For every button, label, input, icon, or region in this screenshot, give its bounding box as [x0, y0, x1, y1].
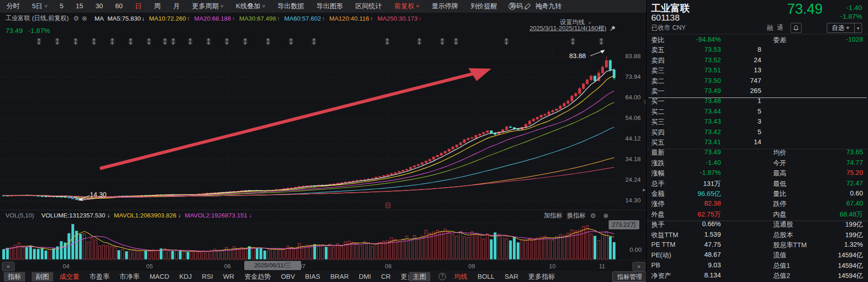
sell-price: 73.51 [679, 66, 721, 74]
tab-BRAR[interactable]: BRAR [330, 273, 349, 280]
volume-bar [3, 249, 5, 259]
vol-indicator-name: VOL(5,10) [5, 212, 34, 219]
main-chart-tabs: 主图?均线BOLLSAR更多指标 [409, 271, 565, 282]
toolbar-item-月[interactable]: 月 [173, 2, 180, 11]
ma-value-MA30: MA30:67.498↑ [239, 15, 281, 22]
brush-icon[interactable] [523, 2, 532, 11]
candle-body [586, 80, 588, 84]
stat-row-涨停: 涨停82.38跌停67.40 [647, 200, 868, 210]
gear-icon[interactable]: ⚙ [590, 212, 596, 219]
volume-bar [467, 237, 469, 259]
close-overlay-icon[interactable]: ⊗ [82, 15, 88, 22]
toolbar-item-区间统计[interactable]: 区间统计 [356, 2, 382, 11]
tab-MACD[interactable]: MACD [150, 273, 170, 280]
panel-divider [647, 34, 868, 34]
panel-resize-grip[interactable]: ⣿ [643, 101, 647, 103]
stat-value-1: 47.75 [674, 241, 721, 248]
expand-icon[interactable] [539, 2, 547, 11]
panel-collapse-arrow[interactable]: ▸ [643, 187, 646, 193]
indicator-manage-button[interactable]: 指标管理 [612, 271, 647, 282]
main-tab-更多指标[interactable]: 更多指标 [528, 272, 555, 281]
stat-label-1: 净资产 [651, 271, 671, 280]
toolbar-icons [508, 0, 547, 12]
toolbar-item-60[interactable]: 60 [115, 2, 123, 10]
stat-label-2: 今开 [773, 159, 786, 168]
candle-body [609, 60, 611, 70]
pin-icon[interactable] [609, 25, 616, 32]
toolbar-item-周[interactable]: 周 [154, 2, 161, 11]
volume-bar [156, 250, 159, 259]
volume-header-actions: 加指标 换指标 ⚙ ⊗ [544, 212, 611, 220]
toolbar-item-15[interactable]: 15 [76, 2, 83, 10]
tab-市净率[interactable]: 市净率 [120, 272, 140, 281]
tab-CR[interactable]: CR [381, 273, 391, 280]
toolbar-item-导出数据[interactable]: 导出数据 [278, 2, 304, 11]
main-tab-主图[interactable]: 主图 [409, 272, 430, 282]
ma-trend-arrow: ↑ [370, 16, 373, 22]
close-pane-icon[interactable]: ⊗ [603, 212, 609, 219]
volume-bar [544, 236, 546, 259]
stat-value-1: 9.03 [674, 261, 721, 269]
candle-body [344, 182, 346, 182]
toolbar-item-K线叠加[interactable]: K线叠加∨ [236, 2, 265, 11]
toolbar-item-更多周期[interactable]: 更多周期∨ [192, 2, 224, 11]
scroll-right-button[interactable]: » [632, 262, 645, 271]
toolbar-item-分时[interactable]: 分时 [6, 2, 20, 11]
main-tab-BOLL[interactable]: BOLL [478, 273, 494, 280]
volume-bar [41, 249, 43, 259]
sell-row-卖四: 卖四73.5224 [647, 56, 868, 66]
stat-value-2: 73.65 [808, 148, 863, 156]
main-tab-SAR[interactable]: SAR [505, 273, 518, 280]
toolbar-item-到价提醒[interactable]: 到价提醒 [471, 2, 497, 11]
date-range-text[interactable]: 2025/3/11-2025/11/4(160根) [529, 24, 606, 33]
stat-label-2: 总股本 [773, 231, 793, 239]
circle-chevron-icon[interactable] [508, 2, 516, 11]
add-watchlist-button[interactable]: 自选 + ▾ [827, 23, 862, 33]
candle-body [386, 175, 389, 176]
toolbar-item-显示停牌[interactable]: 显示停牌 [432, 2, 458, 11]
candlestick-chart[interactable]: 83.8814.30 [0, 34, 616, 210]
tab-DMI[interactable]: DMI [359, 273, 371, 280]
candle-body [555, 109, 558, 110]
stat-value-2: 199亿 [808, 231, 863, 239]
candle-body [390, 174, 393, 174]
ma-trend-arrow: ↓ [142, 16, 144, 22]
switch-indicator-button[interactable]: 换指标 [567, 212, 586, 220]
candle-body [294, 187, 297, 188]
volume-bar [463, 237, 466, 259]
volume-bar [79, 234, 82, 259]
stat-row-净资产: 净资产8.134总值214594亿 [647, 271, 868, 282]
tab-KDJ[interactable]: KDJ [179, 273, 192, 280]
sell-price: 73.53 [679, 46, 721, 53]
tab-RSI[interactable]: RSI [202, 273, 213, 280]
volume-chart[interactable] [0, 222, 616, 260]
tab-成交量[interactable]: 成交量 [60, 272, 80, 281]
sell-row-卖三: 卖三73.5113 [647, 66, 868, 76]
tab-副图[interactable]: 副图 [32, 272, 53, 282]
help-icon[interactable]: ? [439, 273, 446, 280]
toolbar-item-日[interactable]: 日 [135, 2, 142, 11]
toolbar-item-5[interactable]: 5 [60, 2, 63, 10]
toolbar-item-30[interactable]: 30 [95, 2, 103, 10]
toolbar-item-label: 5日 [32, 2, 43, 11]
volume-bar [26, 247, 28, 259]
gear-icon[interactable]: ⚙ [73, 15, 79, 22]
watchlist-dropdown-caret[interactable]: ▾ [854, 23, 862, 33]
main-tab-均线[interactable]: 均线 [454, 272, 467, 281]
stock-change: -1.40 -1.87% [840, 3, 862, 21]
tab-资金趋势[interactable]: 资金趋势 [244, 272, 271, 281]
tab-WR[interactable]: WR [223, 273, 234, 280]
add-indicator-button[interactable]: 加指标 [544, 212, 563, 220]
scroll-left-button[interactable]: « [2, 262, 15, 271]
buy-label: 买二 [651, 108, 665, 116]
buy-qty: 5 [725, 108, 761, 115]
tab-OBV[interactable]: OBV [281, 273, 295, 280]
tab-指标[interactable]: 指标 [4, 272, 25, 282]
tab-BIAS[interactable]: BIAS [305, 273, 320, 280]
toolbar-item-导出图形[interactable]: 导出图形 [317, 2, 343, 11]
toolbar-item-5日[interactable]: 5日∨ [32, 2, 47, 11]
alert-bell-button[interactable] [791, 23, 802, 33]
volume-bar [87, 242, 89, 259]
tab-市盈率[interactable]: 市盈率 [90, 272, 110, 281]
toolbar-item-前复权[interactable]: 前复权∨ [395, 2, 419, 11]
